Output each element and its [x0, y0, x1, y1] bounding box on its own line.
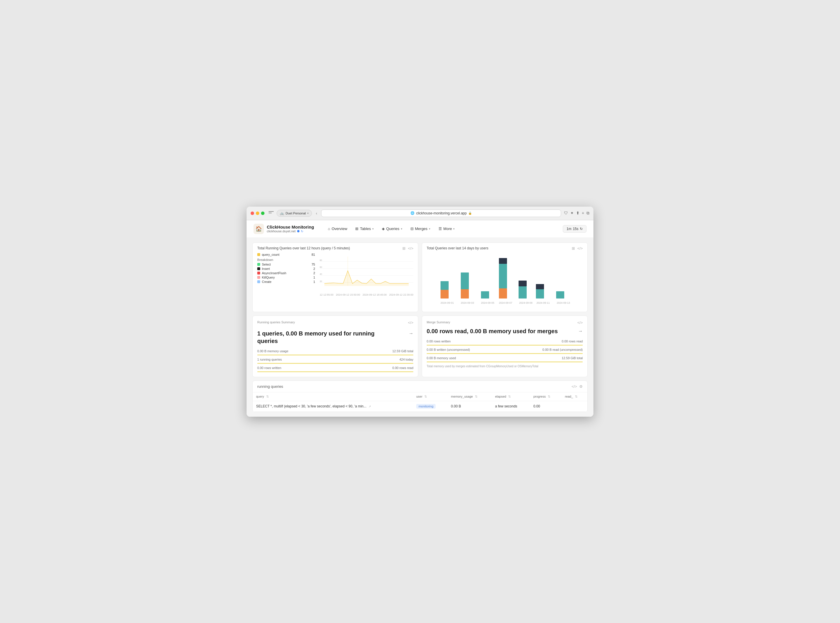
sidebar-toggle[interactable] [269, 211, 274, 215]
col-user[interactable]: user ⇅ [413, 393, 447, 401]
col-query[interactable]: query ⇅ [253, 393, 413, 401]
running-queries-summary-card: Running queries Summary </> 1 queries, 0… [252, 316, 418, 377]
col-progress[interactable]: progress ⇅ [530, 393, 561, 401]
svg-rect-20 [536, 289, 544, 299]
merge-footnote: Total memory used by merges estimated fr… [427, 365, 583, 368]
col-elapsed[interactable]: elapsed ⇅ [492, 393, 530, 401]
legend-dot-killquery [257, 276, 260, 279]
settings-icon[interactable]: ⚙ [579, 384, 583, 389]
metric-rows-left: 0.00 rows written [257, 366, 281, 370]
metric-bar-queries [257, 363, 413, 364]
summary1-title: 1 queries, 0.00 B memory used for runnin… [257, 330, 390, 345]
code-icon[interactable]: </> [408, 246, 413, 250]
nav-more[interactable]: ☰ More ▾ [435, 225, 458, 233]
svg-text:80: 80 [320, 259, 322, 261]
metric-merge-rows-right: 0.00 rows read [562, 339, 583, 343]
metric-merge-written-right: 0.00 B read (uncompressed) [542, 348, 583, 351]
merges-icon: ⊟ [410, 227, 414, 231]
summary1-label: Running queries Summary [257, 321, 295, 324]
maximize-button[interactable] [261, 212, 264, 215]
address-bar[interactable]: 🌐 clickhouse-monitoring.vercel.app 🔒 [321, 210, 561, 217]
lock-icon: 🔒 [468, 212, 472, 215]
svg-rect-22 [556, 291, 564, 299]
metric-merge-rows-left: 0.00 rows written [427, 339, 451, 343]
svg-text:60: 60 [320, 266, 322, 269]
memory-usage-value: 0.00 B [447, 401, 492, 411]
code-icon[interactable]: </> [577, 246, 583, 250]
nav-overview[interactable]: ⌂ Overview [324, 225, 351, 233]
legend-dot-insert [257, 267, 260, 270]
summary1-arrow[interactable]: → [409, 331, 413, 336]
svg-rect-10 [441, 290, 448, 299]
progress-value: 0.00 [530, 401, 561, 411]
tabs-icon[interactable]: ⧉ [587, 211, 590, 216]
svg-rect-13 [461, 273, 469, 289]
svg-text:2024-09-01: 2024-09-01 [441, 301, 454, 304]
chart1-title: Total Running Queries over last 12 hours… [257, 246, 350, 250]
svg-text:2024-09-03: 2024-09-03 [461, 301, 474, 304]
metric-bar-rows [257, 371, 413, 372]
metric-rows-right: 0.00 rows read [392, 366, 413, 370]
chevron-down-icon: ▾ [453, 227, 455, 230]
svg-text:2024-09-11: 2024-09-11 [536, 301, 550, 304]
svg-text:2024-09-07: 2024-09-07 [499, 301, 512, 304]
sort-icon: ⇅ [424, 395, 427, 398]
refresh-button[interactable]: 1m 15s ↻ [563, 225, 587, 233]
metric-queries-right: 424 today [399, 358, 413, 361]
app-logo: 🏠 [253, 224, 264, 234]
code-icon[interactable]: </> [408, 321, 413, 325]
x-label-4: 2024-09-12 22:30:00 [389, 293, 413, 296]
metric-memory-left: 0.00 B memory usage [257, 349, 289, 353]
sort-icon: ⇅ [266, 395, 269, 398]
table-title: running queries [257, 384, 283, 389]
queries-icon: ◈ [382, 227, 385, 231]
sort-icon: ⇅ [575, 395, 577, 398]
nav-queries[interactable]: ◈ Queries ▾ [378, 225, 406, 233]
metric-bar-merge-memory [427, 362, 583, 362]
metric-queries-left: 1 running queries [257, 358, 282, 361]
external-link-icon[interactable]: ↗ [369, 405, 371, 408]
table-view-icon[interactable]: ⊞ [402, 246, 405, 250]
svg-text:20: 20 [320, 280, 322, 282]
user-tag: monitoring [416, 404, 436, 408]
svg-marker-8 [324, 270, 409, 286]
col-read[interactable]: read_ ⇅ [561, 393, 587, 401]
sort-icon: ⇅ [475, 395, 478, 398]
x-label-1: 12 12:55:00 [320, 293, 333, 296]
new-tab-icon[interactable]: + [582, 211, 584, 216]
status-dot [297, 230, 299, 232]
table-view-icon[interactable]: ⊞ [572, 246, 575, 250]
back-button[interactable]: ‹ [315, 210, 319, 216]
nav-tables[interactable]: ⊞ Tables ▾ [352, 225, 377, 233]
legend-dot-create [257, 280, 260, 283]
home-icon: ⌂ [328, 227, 330, 231]
table-row[interactable]: SELECT *, multiIf (elapsed < 30, 'a few … [253, 401, 587, 411]
svg-rect-19 [519, 281, 527, 286]
metric-memory-right: 12.59 GiB total [392, 349, 413, 353]
metric-merge-memory-right: 12.59 GiB total [562, 356, 583, 360]
close-button[interactable] [250, 212, 254, 215]
nav-merges[interactable]: ⊟ Merges ▾ [407, 225, 434, 233]
minimize-button[interactable] [256, 212, 259, 215]
running-queries-chart-card: Total Running Queries over last 12 hours… [252, 242, 418, 312]
profile-button[interactable]: 🚲 Duet Personal ▾ [276, 210, 312, 217]
summary2-label: Merge Summary [427, 321, 450, 324]
running-queries-table: running queries </> ⚙ query ⇅ [252, 381, 588, 412]
svg-rect-14 [481, 291, 489, 299]
query-text: SELECT *, multiIf (elapsed < 30, 'a few … [256, 404, 367, 408]
summary2-arrow[interactable]: → [578, 328, 583, 334]
code-icon[interactable]: </> [571, 384, 577, 389]
code-icon[interactable]: </> [577, 321, 583, 325]
col-memory-usage[interactable]: memory_usage ⇅ [447, 393, 492, 401]
svg-rect-16 [499, 264, 507, 288]
svg-rect-11 [441, 281, 448, 290]
summary2-title: 0.00 rows read, 0.00 B memory used for m… [427, 327, 558, 335]
share-icon[interactable]: ⬆ [576, 211, 580, 216]
breakdown-label: Breakdown [257, 258, 315, 261]
sort-icon: ⇅ [548, 395, 550, 398]
metric-bar-memory [257, 354, 413, 355]
extension-icon[interactable]: ✦ [570, 211, 574, 216]
chevron-down-icon: ▾ [401, 227, 402, 230]
metric-merge-memory-left: 0.00 B memory used [427, 356, 456, 360]
logo-area: 🏠 ClickHouse Monitoring clickhouse.duyet… [253, 224, 314, 234]
